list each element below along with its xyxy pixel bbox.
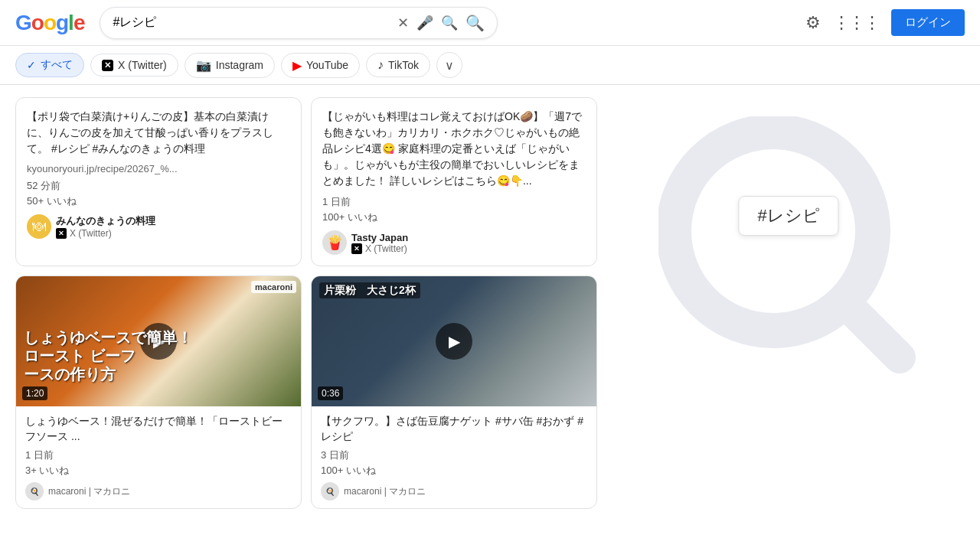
search-visual: #レシピ: [655, 112, 923, 380]
tweet-author-1: みんなのきょうの料理: [56, 214, 155, 228]
filter-tab-instagram[interactable]: 📷 Instagram: [185, 53, 275, 78]
video-card-2[interactable]: ▶ 片栗粉 大さじ2杯 0:36 【サクフワ。】さば缶豆腐ナゲット #サバ缶 #…: [311, 276, 597, 509]
tweet-time-2: 1 日前: [322, 195, 586, 209]
main-content: 【ポリ袋で白菜漬け+りんごの皮】基本の白菜漬けに、りんごの皮を加えて甘酸っぱい香…: [0, 85, 980, 549]
svg-line-1: [854, 311, 900, 357]
video-title-1: しょうゆベース！混ぜるだけで簡単！「ローストビーフソース ...: [25, 414, 292, 444]
video-thumb-1: ▶ しょうゆベースで簡単！ ロースト ビーフ ースの作り方 1:20 macar…: [16, 276, 301, 406]
tweet-platform-2: X (Twitter): [365, 243, 407, 254]
sidebar: #レシピ: [612, 97, 965, 536]
filter-all-label: すべて: [41, 58, 73, 72]
video-source-badge-1: macaroni: [251, 281, 296, 293]
video-thumb-2: ▶ 片栗粉 大さじ2杯 0:36: [312, 276, 596, 406]
tweet-author-2: Tasty Japan: [351, 232, 408, 243]
x-platform-icon-1: ✕: [56, 228, 67, 239]
filter-tab-tiktok[interactable]: ♪ TikTok: [366, 53, 430, 77]
results-column: 【ポリ袋で白菜漬け+りんごの皮】基本の白菜漬けに、りんごの皮を加えて甘酸っぱい香…: [15, 97, 597, 536]
tweet-avatar-1: 🍽: [27, 214, 51, 239]
login-button[interactable]: ログイン: [891, 9, 965, 36]
google-logo: Google: [15, 11, 84, 35]
overlay-line1-1: しょうゆベースで簡単！: [24, 328, 192, 347]
video-author-2: macaroni | マカロニ: [344, 485, 426, 498]
tweet-text-2: 【じゃがいも料理はコレ覚えておけばOK🥔】「週7でも飽きないわ」カリカリ・ホクホ…: [322, 109, 586, 189]
video-author-1: macaroni | マカロニ: [48, 485, 130, 498]
tweet-avatar-2: 🍟: [322, 230, 347, 255]
filter-youtube-label: YouTube: [306, 59, 348, 71]
filter-instagram-label: Instagram: [216, 59, 263, 71]
image-search-button[interactable]: 🔍: [441, 15, 458, 31]
header-right: ⚙ ⋮⋮⋮ ログイン: [805, 9, 965, 36]
play-button-2[interactable]: ▶: [436, 323, 472, 360]
settings-icon[interactable]: ⚙: [805, 13, 821, 33]
header: Google ✕ 🎤 🔍 🔍 ⚙ ⋮⋮⋮ ログイン: [0, 0, 980, 46]
tweet-footer-2: 🍟 Tasty Japan ✕ X (Twitter): [322, 230, 586, 255]
tweet-card-1[interactable]: 【ポリ袋で白菜漬け+りんごの皮】基本の白菜漬けに、りんごの皮を加えて甘酸っぱい香…: [15, 97, 302, 266]
video-card-body-2: 【サクフワ。】さば缶豆腐ナゲット #サバ缶 #おかず #レシピ 3 日前 100…: [312, 406, 596, 508]
check-icon: ✓: [27, 59, 36, 71]
x-platform-icon-2: ✕: [351, 243, 362, 254]
tweet-url-1: kyounoryouri.jp/recipe/20267_%...: [27, 163, 290, 174]
video-duration-1: 1:20: [22, 386, 47, 400]
search-bar: ✕ 🎤 🔍 🔍: [100, 7, 498, 39]
filter-tab-all[interactable]: ✓ すべて: [15, 53, 84, 77]
video-title-2: 【サクフワ。】さば缶豆腐ナゲット #サバ缶 #おかず #レシピ: [321, 414, 587, 444]
tiktok-icon: ♪: [377, 58, 384, 72]
tweet-likes-1: 50+ いいね: [27, 194, 290, 208]
video-row: ▶ しょうゆベースで簡単！ ロースト ビーフ ースの作り方 1:20 macar…: [15, 276, 597, 509]
tweet-row: 【ポリ袋で白菜漬け+りんごの皮】基本の白菜漬けに、りんごの皮を加えて甘酸っぱい香…: [15, 97, 597, 266]
search-tag-display: #レシピ: [738, 196, 838, 236]
magnifier-svg: [658, 116, 919, 377]
video-likes-2: 100+ いいね: [321, 464, 587, 478]
search-input[interactable]: [113, 16, 391, 30]
more-filters-button[interactable]: ∨: [436, 52, 462, 78]
video-card-1[interactable]: ▶ しょうゆベースで簡単！ ロースト ビーフ ースの作り方 1:20 macar…: [15, 276, 302, 509]
tweet-likes-2: 100+ いいね: [322, 210, 586, 224]
filter-tab-twitter[interactable]: ✕ X (Twitter): [90, 54, 178, 77]
video-card-body-1: しょうゆベース！混ぜるだけで簡単！「ローストビーフソース ... 1 日前 3+…: [16, 406, 301, 508]
video-duration-2: 0:36: [318, 386, 343, 400]
tweet-card-2[interactable]: 【じゃがいも料理はコレ覚えておけばOK🥔】「週7でも飽きないわ」カリカリ・ホクホ…: [311, 97, 597, 266]
filter-tiktok-label: TikTok: [388, 59, 419, 71]
tweet-text-1: 【ポリ袋で白菜漬け+りんごの皮】基本の白菜漬けに、りんごの皮を加えて甘酸っぱい香…: [27, 109, 290, 157]
overlay-line1-2: 片栗粉 大さじ2杯: [319, 282, 420, 298]
apps-icon[interactable]: ⋮⋮⋮: [833, 13, 879, 33]
video-likes-1: 3+ いいね: [25, 464, 292, 478]
instagram-icon: 📷: [196, 58, 211, 73]
video-time-2: 3 日前: [321, 448, 587, 462]
tweet-footer-1: 🍽 みんなのきょうの料理 ✕ X (Twitter): [27, 214, 290, 239]
x-icon: ✕: [102, 60, 113, 71]
search-submit-button[interactable]: 🔍: [466, 14, 485, 32]
clear-search-button[interactable]: ✕: [397, 15, 409, 31]
search-tag-text: #レシピ: [757, 206, 819, 225]
overlay-line3-1: ースの作り方: [24, 365, 192, 383]
video-overlay-text-2: 片栗粉 大さじ2杯: [319, 282, 420, 298]
filter-twitter-label: X (Twitter): [118, 59, 167, 71]
tweet-time-1: 52 分前: [27, 179, 290, 193]
voice-search-button[interactable]: 🎤: [416, 15, 433, 31]
video-time-1: 1 日前: [25, 448, 292, 462]
tweet-platform-1: X (Twitter): [70, 228, 112, 239]
video-avatar-2: 🍳: [321, 482, 339, 500]
youtube-icon: ▶: [292, 58, 302, 73]
video-avatar-1: 🍳: [25, 482, 44, 500]
overlay-line2-1: ロースト ビーフ: [24, 347, 192, 365]
filter-tab-youtube[interactable]: ▶ YouTube: [281, 53, 360, 78]
filter-bar: ✓ すべて ✕ X (Twitter) 📷 Instagram ▶ YouTub…: [0, 46, 980, 85]
video-overlay-text-1: しょうゆベースで簡単！ ロースト ビーフ ースの作り方: [24, 328, 192, 383]
